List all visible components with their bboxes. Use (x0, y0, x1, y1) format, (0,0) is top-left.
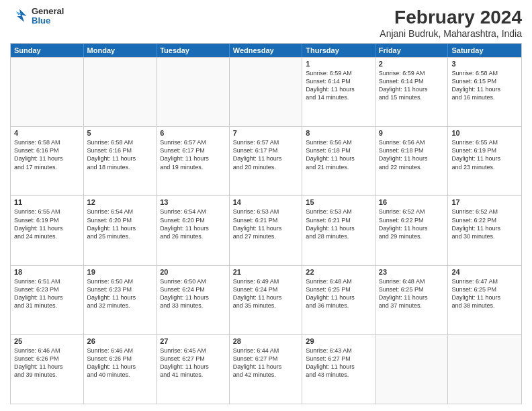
day-number: 5 (87, 129, 153, 137)
calendar-cell: 18Sunrise: 6:51 AM Sunset: 6:23 PM Dayli… (11, 266, 84, 334)
day-info: Sunrise: 6:48 AM Sunset: 6:25 PM Dayligh… (379, 277, 445, 310)
calendar-row: 1Sunrise: 6:59 AM Sunset: 6:14 PM Daylig… (11, 57, 521, 126)
location-title: Anjani Budruk, Maharashtra, India (380, 28, 522, 39)
calendar: SundayMondayTuesdayWednesdayThursdayFrid… (10, 43, 522, 404)
day-number: 3 (451, 60, 518, 68)
day-info: Sunrise: 6:52 AM Sunset: 6:22 PM Dayligh… (379, 208, 445, 240)
day-info: Sunrise: 6:54 AM Sunset: 6:20 PM Dayligh… (87, 208, 153, 240)
day-info: Sunrise: 6:54 AM Sunset: 6:20 PM Dayligh… (160, 208, 226, 240)
calendar-cell: 4Sunrise: 6:58 AM Sunset: 6:16 PM Daylig… (11, 127, 84, 195)
calendar-row: 18Sunrise: 6:51 AM Sunset: 6:23 PM Dayli… (11, 265, 521, 334)
calendar-cell (84, 58, 157, 126)
day-number: 4 (14, 129, 80, 137)
calendar-row: 4Sunrise: 6:58 AM Sunset: 6:16 PM Daylig… (11, 126, 521, 195)
calendar-cell: 9Sunrise: 6:56 AM Sunset: 6:18 PM Daylig… (375, 127, 449, 195)
logo-general: General (32, 7, 64, 16)
day-info: Sunrise: 6:58 AM Sunset: 6:16 PM Dayligh… (14, 138, 80, 171)
day-number: 27 (160, 337, 226, 345)
calendar-header-cell: Sunday (11, 44, 84, 57)
day-info: Sunrise: 6:56 AM Sunset: 6:18 PM Dayligh… (379, 138, 445, 171)
calendar-cell: 12Sunrise: 6:54 AM Sunset: 6:20 PM Dayli… (84, 196, 157, 265)
calendar-cell: 3Sunrise: 6:58 AM Sunset: 6:15 PM Daylig… (448, 58, 521, 126)
day-number: 19 (87, 268, 153, 276)
calendar-cell: 10Sunrise: 6:55 AM Sunset: 6:19 PM Dayli… (448, 127, 521, 195)
header: General Blue February 2024 Anjani Budruk… (10, 7, 522, 39)
day-number: 23 (379, 268, 445, 276)
day-number: 12 (87, 198, 153, 206)
calendar-cell: 15Sunrise: 6:53 AM Sunset: 6:21 PM Dayli… (302, 196, 375, 265)
calendar-cell: 19Sunrise: 6:50 AM Sunset: 6:23 PM Dayli… (84, 266, 157, 334)
calendar-cell: 14Sunrise: 6:53 AM Sunset: 6:21 PM Dayli… (230, 196, 303, 265)
calendar-cell (375, 335, 449, 404)
day-number: 9 (379, 129, 445, 137)
calendar-header-cell: Monday (84, 44, 157, 57)
logo-blue: Blue (32, 16, 64, 26)
day-number: 13 (160, 198, 226, 206)
calendar-cell: 2Sunrise: 6:59 AM Sunset: 6:14 PM Daylig… (375, 58, 449, 126)
calendar-cell (157, 58, 230, 126)
day-info: Sunrise: 6:46 AM Sunset: 6:26 PM Dayligh… (87, 347, 153, 379)
day-info: Sunrise: 6:56 AM Sunset: 6:18 PM Dayligh… (306, 138, 371, 171)
day-info: Sunrise: 6:43 AM Sunset: 6:27 PM Dayligh… (306, 347, 371, 379)
day-info: Sunrise: 6:52 AM Sunset: 6:22 PM Dayligh… (451, 208, 518, 240)
logo: General Blue (10, 7, 64, 26)
day-info: Sunrise: 6:58 AM Sunset: 6:16 PM Dayligh… (87, 138, 153, 171)
calendar-row: 11Sunrise: 6:55 AM Sunset: 6:19 PM Dayli… (11, 195, 521, 265)
day-info: Sunrise: 6:44 AM Sunset: 6:27 PM Dayligh… (233, 347, 299, 379)
day-number: 22 (306, 268, 371, 276)
day-number: 2 (379, 60, 445, 68)
calendar-cell: 16Sunrise: 6:52 AM Sunset: 6:22 PM Dayli… (375, 196, 449, 265)
day-number: 1 (306, 60, 371, 68)
calendar-cell: 13Sunrise: 6:54 AM Sunset: 6:20 PM Dayli… (157, 196, 230, 265)
day-info: Sunrise: 6:51 AM Sunset: 6:23 PM Dayligh… (14, 277, 80, 310)
day-info: Sunrise: 6:55 AM Sunset: 6:19 PM Dayligh… (14, 208, 80, 240)
calendar-cell: 8Sunrise: 6:56 AM Sunset: 6:18 PM Daylig… (302, 127, 375, 195)
logo-bird-icon (10, 7, 29, 26)
day-info: Sunrise: 6:59 AM Sunset: 6:14 PM Dayligh… (306, 69, 371, 102)
day-info: Sunrise: 6:58 AM Sunset: 6:15 PM Dayligh… (451, 69, 518, 102)
calendar-body: 1Sunrise: 6:59 AM Sunset: 6:14 PM Daylig… (11, 57, 521, 404)
calendar-cell: 25Sunrise: 6:46 AM Sunset: 6:26 PM Dayli… (11, 335, 84, 404)
day-info: Sunrise: 6:57 AM Sunset: 6:17 PM Dayligh… (233, 138, 299, 171)
calendar-cell: 22Sunrise: 6:48 AM Sunset: 6:25 PM Dayli… (302, 266, 375, 334)
calendar-header-cell: Thursday (302, 44, 375, 57)
day-number: 17 (451, 198, 518, 206)
day-number: 26 (87, 337, 153, 345)
day-info: Sunrise: 6:49 AM Sunset: 6:24 PM Dayligh… (233, 277, 299, 310)
day-number: 28 (233, 337, 299, 345)
day-number: 11 (14, 198, 80, 206)
page: General Blue February 2024 Anjani Budruk… (0, 0, 532, 411)
calendar-cell: 27Sunrise: 6:45 AM Sunset: 6:27 PM Dayli… (157, 335, 230, 404)
day-info: Sunrise: 6:55 AM Sunset: 6:19 PM Dayligh… (451, 138, 518, 171)
calendar-cell: 28Sunrise: 6:44 AM Sunset: 6:27 PM Dayli… (230, 335, 303, 404)
day-info: Sunrise: 6:45 AM Sunset: 6:27 PM Dayligh… (160, 347, 226, 379)
day-info: Sunrise: 6:53 AM Sunset: 6:21 PM Dayligh… (233, 208, 299, 240)
day-info: Sunrise: 6:50 AM Sunset: 6:23 PM Dayligh… (87, 277, 153, 310)
day-info: Sunrise: 6:57 AM Sunset: 6:17 PM Dayligh… (160, 138, 226, 171)
day-number: 25 (14, 337, 80, 345)
calendar-cell: 26Sunrise: 6:46 AM Sunset: 6:26 PM Dayli… (84, 335, 157, 404)
calendar-cell: 1Sunrise: 6:59 AM Sunset: 6:14 PM Daylig… (302, 58, 375, 126)
calendar-cell: 7Sunrise: 6:57 AM Sunset: 6:17 PM Daylig… (230, 127, 303, 195)
day-info: Sunrise: 6:59 AM Sunset: 6:14 PM Dayligh… (379, 69, 445, 102)
day-info: Sunrise: 6:53 AM Sunset: 6:21 PM Dayligh… (306, 208, 371, 240)
calendar-header-cell: Saturday (448, 44, 521, 57)
day-number: 24 (451, 268, 518, 276)
day-number: 8 (306, 129, 371, 137)
day-info: Sunrise: 6:46 AM Sunset: 6:26 PM Dayligh… (14, 347, 80, 379)
day-number: 21 (233, 268, 299, 276)
day-number: 7 (233, 129, 299, 137)
day-info: Sunrise: 6:50 AM Sunset: 6:24 PM Dayligh… (160, 277, 226, 310)
day-number: 14 (233, 198, 299, 206)
day-number: 6 (160, 129, 226, 137)
calendar-cell: 20Sunrise: 6:50 AM Sunset: 6:24 PM Dayli… (157, 266, 230, 334)
calendar-cell: 29Sunrise: 6:43 AM Sunset: 6:27 PM Dayli… (302, 335, 375, 404)
day-number: 10 (451, 129, 518, 137)
calendar-cell (448, 335, 521, 404)
calendar-header-cell: Wednesday (230, 44, 303, 57)
day-number: 16 (379, 198, 445, 206)
month-title: February 2024 (380, 7, 522, 28)
calendar-header-cell: Friday (375, 44, 449, 57)
calendar-cell (230, 58, 303, 126)
svg-marker-0 (17, 9, 27, 22)
